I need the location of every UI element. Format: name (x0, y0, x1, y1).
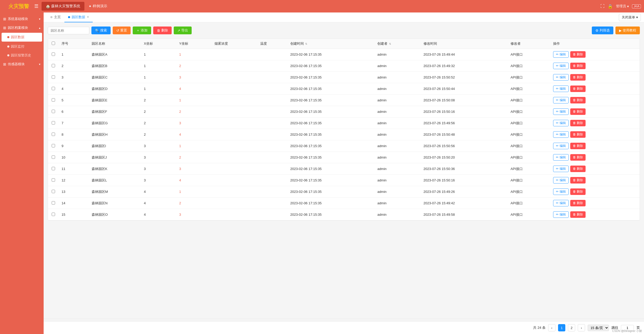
page-2-button[interactable]: 2 (568, 324, 575, 331)
page-1-button[interactable]: 1 (558, 324, 565, 331)
row-checkbox[interactable] (52, 53, 55, 56)
row-checkbox[interactable] (52, 213, 55, 216)
row-temp (257, 163, 287, 175)
row-creator: admin (374, 152, 420, 163)
menu-icon[interactable]: ☰ (34, 3, 38, 9)
nav-item-demo[interactable]: ✦ 样例演示 (89, 4, 107, 9)
del-button[interactable]: 🗑 删除 (570, 131, 586, 138)
row-name: 森林园区N (89, 198, 141, 209)
tutorial-button[interactable]: ▶ 使用教程 (615, 27, 640, 34)
edit-button[interactable]: ✏ 编辑 (553, 120, 568, 126)
user-info[interactable]: 管理员 ▾ (616, 4, 629, 9)
table-row: 12 森林园区L 3 4 2023-02-06 17:15:35 admin 2… (48, 175, 640, 186)
row-checkbox[interactable] (52, 75, 55, 79)
close-all-button[interactable]: 关闭菜单 ▾ (619, 14, 641, 21)
row-checkbox[interactable] (52, 121, 55, 125)
edit-button[interactable]: ✏ 编辑 (553, 143, 568, 149)
del-button[interactable]: 🗑 删除 (570, 74, 586, 81)
tab-close-icon[interactable]: ✕ (87, 15, 89, 19)
sidebar-module-system[interactable]: ⊞ 系统基础模块 ▾ (0, 15, 44, 23)
edit-button[interactable]: ✏ 编辑 (553, 51, 568, 58)
reset-button[interactable]: ↺ 重置 (113, 27, 131, 34)
edit-button[interactable]: ✏ 编辑 (553, 154, 568, 161)
sidebar-module-sensor[interactable]: ⊞ 传感器模块 ▾ (0, 60, 44, 69)
tab-park-dot (68, 16, 70, 18)
row-creator: admin (374, 186, 420, 198)
close-menu-label: 关闭菜单 (622, 15, 635, 20)
row-id: 4 (58, 83, 89, 95)
row-checkbox[interactable] (52, 87, 55, 90)
sidebar-item-park-data[interactable]: 园区数据 (2, 33, 42, 42)
row-x: 1 (141, 49, 176, 60)
del-button[interactable]: 🗑 删除 (570, 166, 586, 172)
sidebar-item-park-history[interactable]: 园区报警历史 (0, 51, 44, 60)
edit-button[interactable]: ✏ 编辑 (553, 97, 568, 103)
search-button[interactable]: 🔍 搜索 (91, 27, 111, 34)
del-button[interactable]: 🗑 删除 (570, 51, 586, 58)
grid3-icon: ⊞ (3, 62, 6, 66)
row-updater: API接口 (507, 140, 550, 152)
tab-park-data[interactable]: 园区数据 ✕ (64, 12, 93, 22)
row-smoke (211, 117, 257, 129)
row-checkbox[interactable] (52, 178, 55, 182)
export-button[interactable]: ↗ 导出 (174, 27, 192, 34)
row-checkbox[interactable] (52, 201, 55, 205)
fullscreen-icon[interactable]: ⛶ (600, 4, 605, 9)
del-button[interactable]: 🗑 删除 (570, 154, 586, 161)
row-x: 1 (141, 83, 176, 95)
edit-button[interactable]: ✏ 编辑 (553, 177, 568, 184)
del-button[interactable]: 🗑 删除 (570, 188, 586, 195)
row-checkbox[interactable] (52, 167, 55, 170)
tab-home[interactable]: 主页 (47, 12, 64, 22)
sidebar-item-park-monitor[interactable]: 园区监控 (0, 42, 44, 51)
filter-button[interactable]: ⚙ 列筛选 (592, 27, 613, 34)
edit-button[interactable]: ✏ 编辑 (553, 108, 568, 115)
row-create-time: 2023-02-06 17:15:35 (287, 117, 374, 129)
row-temp (257, 152, 287, 163)
logo: 火灾预警 (3, 4, 34, 9)
prev-page-button[interactable]: ‹ (548, 324, 555, 331)
row-checkbox[interactable] (52, 133, 55, 136)
delete-button[interactable]: 🗑 删除 (153, 27, 172, 34)
del-button[interactable]: 🗑 删除 (570, 211, 586, 218)
del-button[interactable]: 🗑 删除 (570, 97, 586, 103)
next-page-button[interactable]: › (578, 324, 585, 331)
del-button[interactable]: 🗑 删除 (570, 143, 586, 149)
nav-item-home[interactable]: 🏠 森林火灾预警系统 (42, 2, 84, 11)
del-button[interactable]: 🗑 删除 (570, 63, 586, 69)
edit-button[interactable]: ✏ 编辑 (553, 211, 568, 218)
edit-button[interactable]: ✏ 编辑 (553, 86, 568, 92)
edit-button[interactable]: ✏ 编辑 (553, 188, 568, 195)
tab-home-label: 主页 (54, 15, 61, 19)
row-checkbox[interactable] (52, 110, 55, 113)
row-checkbox[interactable] (52, 144, 55, 147)
th-creator[interactable]: 创建者 ⇅ (374, 39, 420, 49)
filter-label: 列筛选 (600, 28, 610, 33)
del-button[interactable]: 🗑 删除 (570, 177, 586, 184)
tab-park-label: 园区数据 (72, 15, 85, 19)
sidebar-module-park[interactable]: ⊞ 园区档案模块 ▴ (0, 23, 44, 32)
add-button[interactable]: ＋ 添加 (133, 27, 151, 34)
row-checkbox[interactable] (52, 98, 55, 102)
horizontal-scrollbar[interactable] (44, 319, 644, 321)
th-create-time[interactable]: 创建时间 ⇅ (287, 39, 374, 49)
page-size-select[interactable]: 15 条/页 25 条/页 50 条/页 (588, 325, 609, 331)
row-checkbox[interactable] (52, 155, 55, 159)
del-button[interactable]: 🗑 删除 (570, 86, 586, 92)
row-checkbox[interactable] (52, 64, 55, 67)
lock-icon[interactable]: 🔒 (608, 4, 613, 9)
edit-button[interactable]: ✏ 编辑 (553, 166, 568, 172)
del-button[interactable]: 🗑 删除 (570, 200, 586, 206)
del-button[interactable]: 🗑 删除 (570, 108, 586, 115)
edit-button[interactable]: ✏ 编辑 (553, 200, 568, 206)
edit-button[interactable]: ✏ 编辑 (553, 63, 568, 69)
row-create-time: 2023-02-06 17:15:35 (287, 83, 374, 95)
search-input[interactable] (48, 27, 89, 34)
row-checkbox[interactable] (52, 190, 55, 193)
th-id: 序号 (58, 39, 89, 49)
edit-button[interactable]: ✏ 编辑 (553, 131, 568, 138)
table-row: 4 森林园区D 1 4 2023-02-06 17:15:35 admin 20… (48, 83, 640, 95)
del-button[interactable]: 🗑 删除 (570, 120, 586, 126)
edit-button[interactable]: ✏ 编辑 (553, 74, 568, 81)
select-all-checkbox[interactable] (52, 42, 55, 45)
